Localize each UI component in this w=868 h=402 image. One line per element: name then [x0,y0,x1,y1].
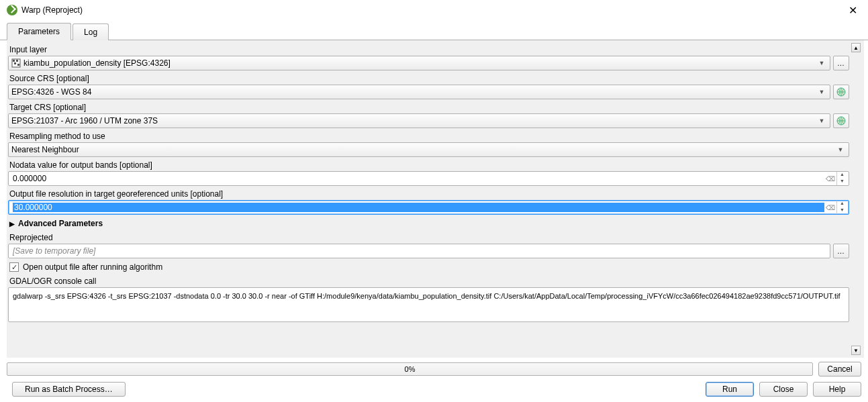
progress-bar: 0% [7,362,813,376]
dialog-footer: 0% Cancel Run as Batch Process… Run Clos… [0,358,868,402]
nodata-value: 0.000000 [13,174,824,183]
input-layer-value: kiambu_population_density [EPSG:4326] [23,58,816,68]
label-resampling: Resampling method to use [8,130,849,142]
label-nodata: Nodata value for output bands [optional] [8,158,849,171]
help-button[interactable]: Help [813,382,861,397]
scroll-up-button[interactable]: ▲ [851,43,861,52]
spin-buttons[interactable]: ▲▼ [836,201,847,214]
expand-icon: ▶ [9,220,15,228]
resolution-input[interactable]: 30.000000 ⌫ ▲▼ [8,200,849,215]
reprojected-placeholder: [Save to temporary file] [13,246,95,256]
spin-buttons[interactable]: ▲▼ [836,172,847,185]
chevron-down-icon: ▼ [816,89,827,95]
clear-icon[interactable]: ⌫ [824,175,836,183]
resampling-combo[interactable]: Nearest Neighbour ▼ [8,142,849,157]
dialog-warp-reproject: Warp (Reproject) ✕ Parameters Log Input … [0,0,868,402]
vertical-scrollbar[interactable]: ▲ ▼ [851,43,861,355]
raster-layer-icon [11,58,21,68]
svg-rect-4 [17,64,19,66]
run-button[interactable]: Run [706,382,754,397]
source-crs-select-button[interactable] [833,85,849,99]
scroll-down-button[interactable]: ▼ [851,346,861,355]
svg-rect-2 [16,60,18,62]
tab-bar: Parameters Log [0,20,868,40]
reprojected-output-input[interactable]: [Save to temporary file] [8,244,830,258]
resolution-value: 30.000000 [13,203,824,212]
advanced-label: Advanced Parameters [18,219,103,228]
tab-parameters[interactable]: Parameters [7,23,71,40]
run-batch-button[interactable]: Run as Batch Process… [12,382,126,397]
open-output-label: Open output file after running algorithm [23,262,162,272]
crs-globe-icon [836,87,847,97]
target-crs-combo[interactable]: EPSG:21037 - Arc 1960 / UTM zone 37S ▼ [8,113,830,128]
source-crs-combo[interactable]: EPSG:4326 - WGS 84 ▼ [8,85,830,99]
console-call-box[interactable]: gdalwarp -s_srs EPSG:4326 -t_srs EPSG:21… [8,287,849,322]
tab-log[interactable]: Log [73,23,109,40]
input-layer-browse-button[interactable]: … [833,56,849,70]
label-resolution: Output file resolution in target georefe… [8,187,849,200]
console-call-text: gdalwarp -s_srs EPSG:4326 -t_srs EPSG:21… [13,292,840,300]
crs-globe-icon [836,115,847,126]
target-crs-value: EPSG:21037 - Arc 1960 / UTM zone 37S [11,116,816,125]
progress-text: 0% [405,365,416,373]
reprojected-browse-button[interactable]: … [833,244,849,258]
open-output-checkbox[interactable]: ✓ [9,262,19,272]
chevron-down-icon: ▼ [816,117,827,124]
cancel-button[interactable]: Cancel [818,362,861,376]
app-icon [7,5,17,15]
source-crs-value: EPSG:4326 - WGS 84 [11,87,816,97]
label-source-crs: Source CRS [optional] [8,72,849,85]
resampling-value: Nearest Neighbour [11,145,835,154]
advanced-parameters-toggle[interactable]: ▶ Advanced Parameters [8,216,849,231]
label-reprojected: Reprojected [8,231,849,244]
target-crs-select-button[interactable] [833,113,849,128]
label-input-layer: Input layer [8,43,849,56]
titlebar: Warp (Reproject) ✕ [0,0,868,20]
label-target-crs: Target CRS [optional] [8,101,849,113]
chevron-down-icon: ▼ [816,60,827,66]
window-title: Warp (Reproject) [21,5,845,15]
clear-icon[interactable]: ⌫ [824,204,836,211]
svg-rect-1 [13,60,15,62]
chevron-down-icon: ▼ [835,146,846,153]
svg-rect-3 [14,62,16,64]
input-layer-combo[interactable]: kiambu_population_density [EPSG:4326] ▼ [8,56,830,70]
close-button[interactable]: Close [759,382,808,397]
nodata-input[interactable]: 0.000000 ⌫ ▲▼ [8,171,849,186]
label-console: GDAL/OGR console call [8,274,849,287]
close-icon[interactable]: ✕ [845,4,861,17]
